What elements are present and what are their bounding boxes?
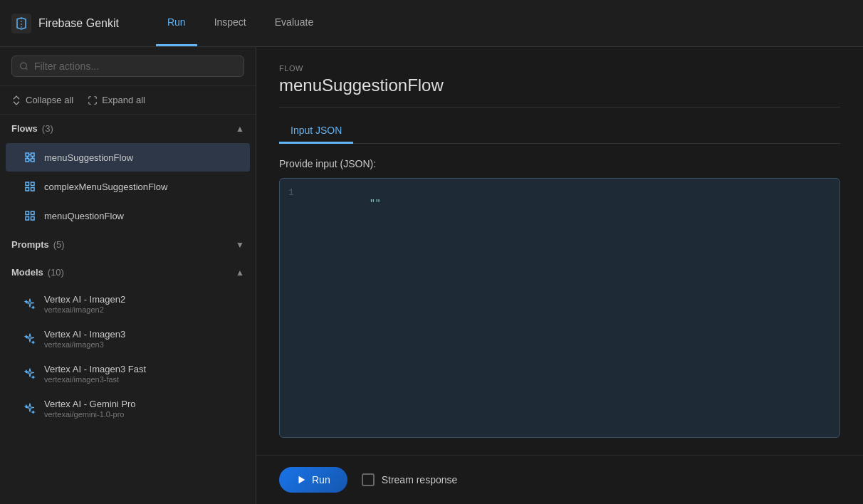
search-area	[0, 47, 256, 86]
top-navigation: Firebase Genkit Run Inspect Evaluate	[0, 0, 863, 47]
search-wrapper[interactable]	[11, 56, 244, 77]
sidebar-item-menuquestionflow[interactable]: menuQuestionFlow	[6, 201, 250, 230]
provide-input-label: Provide input (JSON):	[279, 158, 840, 169]
sidebar-content: Flows (3) ▲ menuSuggestionFlow	[0, 115, 256, 504]
models-section-header[interactable]: Models (10) ▲	[0, 258, 256, 286]
sparkle-icon-imagen2	[23, 297, 37, 311]
tab-bar: Input JSON	[279, 119, 840, 144]
sidebar-item-menusuggestionflow[interactable]: menuSuggestionFlow	[6, 143, 250, 172]
imagen3-text: Vertex AI - Imagen3 vertexai/imagen3	[44, 329, 125, 349]
collapse-all-button[interactable]: Collapse all	[11, 92, 73, 108]
stream-response-checkbox[interactable]	[362, 473, 375, 486]
sparkle-icon-gemini-pro	[23, 401, 37, 416]
sidebar-item-imagen2[interactable]: Vertex AI - Imagen2 vertexai/imagen2	[6, 287, 250, 321]
main-layout: Collapse all Expand all Flows (3) ▲	[0, 47, 863, 504]
logo-text: Firebase Genkit	[38, 17, 119, 30]
tab-input-json[interactable]: Input JSON	[279, 119, 353, 144]
collapse-icon	[11, 95, 21, 105]
svg-marker-2	[299, 476, 305, 484]
sidebar-item-imagen3-fast[interactable]: Vertex AI - Imagen3 Fast vertexai/imagen…	[6, 357, 250, 391]
line-numbers: 1	[288, 187, 303, 429]
sidebar-item-imagen3[interactable]: Vertex AI - Imagen3 vertexai/imagen3	[6, 322, 250, 356]
nav-tab-run[interactable]: Run	[156, 0, 197, 46]
firebase-genkit-logo-icon	[11, 14, 31, 33]
search-icon	[19, 61, 28, 71]
prompts-chevron-icon: ▼	[236, 240, 244, 250]
gemini-pro-text: Vertex AI - Gemini Pro vertexai/gemini-1…	[44, 399, 136, 419]
nav-tab-inspect[interactable]: Inspect	[203, 0, 258, 46]
logo-area: Firebase Genkit	[11, 14, 119, 33]
stream-response-area[interactable]: Stream response	[362, 473, 458, 486]
prompts-section-header[interactable]: Prompts (5) ▼	[0, 231, 256, 258]
content-inner: Flow menuSuggestionFlow Input JSON Provi…	[256, 47, 863, 455]
models-section-title: Models (10)	[11, 267, 64, 278]
run-button[interactable]: Run	[279, 467, 347, 493]
flow-icon-complexmenusuggestionflow	[23, 179, 37, 194]
flows-chevron-icon: ▲	[236, 124, 244, 134]
collapse-expand-row: Collapse all Expand all	[0, 86, 256, 115]
flows-section-title: Flows (3)	[11, 123, 53, 134]
play-icon	[296, 475, 306, 485]
title-divider	[279, 107, 840, 107]
search-input[interactable]	[34, 61, 236, 72]
sidebar-item-complexmenusuggestionflow[interactable]: complexMenuSuggestionFlow	[6, 172, 250, 201]
imagen3-fast-text: Vertex AI - Imagen3 Fast vertexai/imagen…	[44, 364, 146, 384]
main-content: Flow menuSuggestionFlow Input JSON Provi…	[256, 47, 863, 504]
flows-section-header[interactable]: Flows (3) ▲	[0, 115, 256, 142]
sidebar: Collapse all Expand all Flows (3) ▲	[0, 47, 256, 504]
flow-label: Flow	[279, 64, 840, 73]
sparkle-icon-imagen3	[23, 332, 37, 346]
expand-all-button[interactable]: Expand all	[88, 92, 145, 108]
svg-point-1	[21, 63, 27, 69]
sparkle-icon-imagen3-fast	[23, 367, 37, 381]
nav-tab-evaluate[interactable]: Evaluate	[263, 0, 325, 46]
flow-title: menuSuggestionFlow	[279, 75, 840, 95]
stream-response-label: Stream response	[382, 474, 458, 485]
flow-icon-menuquestionflow	[23, 209, 37, 223]
prompts-section-title: Prompts (5)	[11, 239, 65, 250]
run-bar: Run Stream response	[256, 455, 863, 504]
editor-content[interactable]: ""	[314, 187, 831, 429]
sidebar-item-gemini-pro[interactable]: Vertex AI - Gemini Pro vertexai/gemini-1…	[6, 392, 250, 426]
json-editor[interactable]: 1 ""	[279, 178, 840, 438]
models-chevron-icon: ▲	[236, 268, 244, 278]
nav-tabs: Run Inspect Evaluate	[156, 0, 325, 46]
flow-icon-menusuggestionflow	[23, 150, 37, 164]
expand-icon	[88, 95, 98, 105]
imagen2-text: Vertex AI - Imagen2 vertexai/imagen2	[44, 294, 125, 314]
